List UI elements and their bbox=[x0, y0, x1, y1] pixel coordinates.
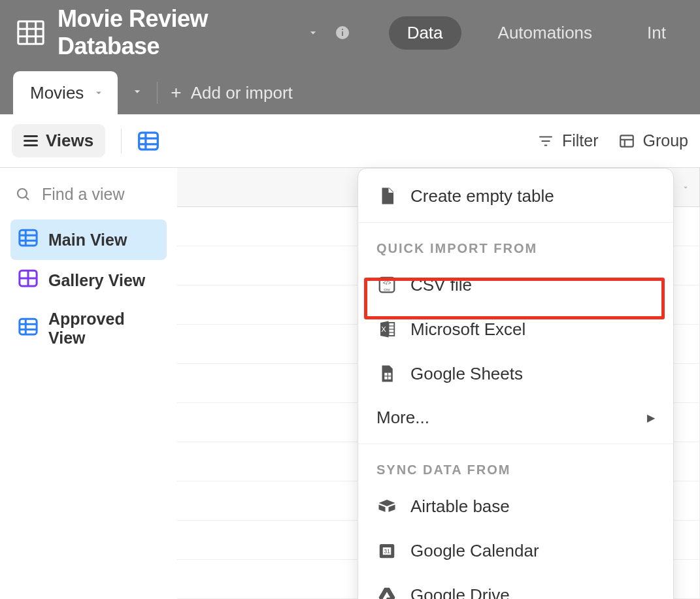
import-excel-label: Microsoft Excel bbox=[410, 319, 525, 340]
sidebar-view-item[interactable]: Main View bbox=[10, 219, 167, 260]
svg-text:csv: csv bbox=[384, 287, 390, 291]
svg-rect-7 bbox=[342, 29, 343, 30]
top-nav: Data Automations Int bbox=[389, 16, 684, 50]
tab-movies[interactable]: Movies bbox=[13, 71, 118, 114]
body: Find a view Main ViewGallery ViewApprove… bbox=[0, 168, 700, 599]
sidebar-view-item[interactable]: Gallery View bbox=[10, 260, 167, 300]
import-csv-label: CSV file bbox=[410, 275, 472, 295]
info-icon[interactable] bbox=[334, 24, 350, 42]
tab-actions: + Add or import bbox=[118, 71, 305, 114]
svg-rect-8 bbox=[139, 133, 158, 150]
more-label: More... bbox=[376, 408, 429, 428]
sync-gcal[interactable]: 31 Google Calendar bbox=[358, 528, 673, 573]
create-empty-table[interactable]: Create empty table bbox=[358, 174, 673, 218]
google-drive-icon bbox=[376, 585, 397, 599]
table-tab-bar: Movies + Add or import bbox=[0, 65, 700, 114]
sync-gdrive-label: Google Drive bbox=[410, 585, 510, 600]
view-type-icon bbox=[18, 269, 38, 291]
filter-button[interactable]: Filter bbox=[537, 131, 599, 150]
view-type-icon bbox=[18, 317, 38, 340]
chevron-down-icon[interactable] bbox=[93, 83, 105, 103]
airtable-icon bbox=[376, 496, 397, 517]
sync-airtable[interactable]: Airtable base bbox=[358, 484, 673, 528]
svg-text:</>: </> bbox=[383, 280, 392, 286]
group-label: Group bbox=[643, 131, 688, 150]
import-excel[interactable]: X Microsoft Excel bbox=[358, 307, 673, 351]
table-area: ✓ Approved ✓ Create empty table bbox=[177, 168, 700, 599]
chevron-down-icon[interactable] bbox=[307, 26, 320, 39]
views-sidebar: Find a view Main ViewGallery ViewApprove… bbox=[0, 168, 177, 599]
svg-text:31: 31 bbox=[384, 548, 390, 555]
view-label: Main View bbox=[48, 231, 127, 250]
divider bbox=[358, 222, 673, 223]
svg-point-15 bbox=[18, 189, 27, 198]
sidebar-view-item[interactable]: Approved View bbox=[10, 300, 167, 357]
svg-rect-17 bbox=[20, 230, 37, 246]
divider bbox=[157, 82, 158, 104]
nav-data[interactable]: Data bbox=[389, 16, 461, 50]
svg-rect-6 bbox=[342, 31, 343, 36]
grid-view-icon[interactable] bbox=[137, 131, 159, 152]
plus-icon: + bbox=[171, 82, 181, 103]
hamburger-icon bbox=[24, 135, 38, 146]
svg-line-16 bbox=[25, 197, 29, 200]
svg-rect-0 bbox=[18, 22, 43, 44]
svg-rect-12 bbox=[620, 135, 633, 146]
create-empty-label: Create empty table bbox=[410, 186, 554, 206]
base-icon[interactable] bbox=[16, 17, 46, 48]
import-more[interactable]: More... ▶ bbox=[358, 396, 673, 440]
base-title[interactable]: Movie Review Database bbox=[58, 5, 292, 60]
view-label: Approved View bbox=[48, 310, 159, 348]
file-icon bbox=[376, 186, 397, 206]
add-import-popover: Create empty table QUICK IMPORT FROM </>… bbox=[358, 168, 674, 599]
excel-icon: X bbox=[376, 319, 397, 340]
import-gsheets[interactable]: Google Sheets bbox=[358, 351, 673, 396]
chevron-right-icon: ▶ bbox=[647, 412, 655, 424]
view-type-icon bbox=[18, 229, 38, 251]
divider bbox=[121, 129, 122, 154]
nav-interfaces[interactable]: Int bbox=[629, 16, 684, 50]
find-view-search[interactable]: Find a view bbox=[10, 177, 167, 217]
divider bbox=[358, 444, 673, 444]
tab-label: Movies bbox=[30, 83, 84, 103]
views-toggle-button[interactable]: Views bbox=[12, 124, 105, 157]
filter-label: Filter bbox=[562, 131, 599, 150]
csv-icon: </>csv bbox=[376, 274, 397, 295]
view-label: Gallery View bbox=[48, 271, 145, 290]
search-placeholder: Find a view bbox=[42, 185, 124, 204]
quick-import-section-label: QUICK IMPORT FROM bbox=[358, 227, 673, 263]
add-or-import-button[interactable]: + Add or import bbox=[171, 82, 292, 103]
nav-automations[interactable]: Automations bbox=[480, 16, 611, 50]
search-icon bbox=[16, 187, 31, 202]
top-bar: Movie Review Database Data Automations I… bbox=[0, 0, 700, 65]
add-import-label: Add or import bbox=[191, 83, 293, 103]
chevron-down-icon[interactable] bbox=[681, 178, 690, 196]
view-toolbar: Views Filter Group bbox=[0, 114, 700, 168]
group-button[interactable]: Group bbox=[618, 131, 688, 150]
chevron-down-icon[interactable] bbox=[131, 85, 144, 101]
sync-gdrive[interactable]: Google Drive bbox=[358, 573, 673, 599]
sync-airtable-label: Airtable base bbox=[410, 496, 510, 517]
google-sheets-icon bbox=[376, 363, 397, 384]
import-gsheets-label: Google Sheets bbox=[410, 364, 523, 384]
svg-text:X: X bbox=[381, 325, 386, 333]
google-calendar-icon: 31 bbox=[376, 540, 397, 561]
sync-gcal-label: Google Calendar bbox=[410, 541, 539, 561]
svg-rect-24 bbox=[20, 319, 37, 334]
import-csv[interactable]: </>csv CSV file bbox=[358, 263, 673, 307]
sync-section-label: SYNC DATA FROM bbox=[358, 448, 673, 484]
views-label: Views bbox=[46, 131, 93, 151]
